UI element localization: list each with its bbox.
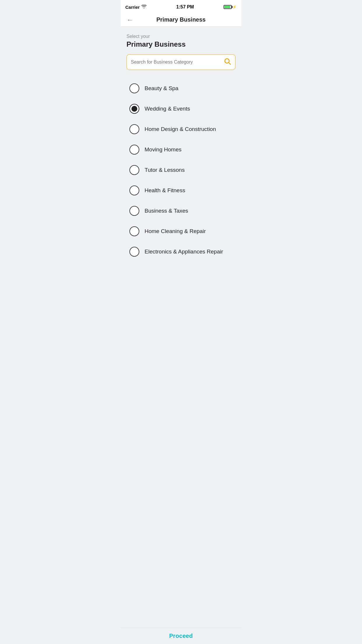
radio-circle-wedding-events xyxy=(129,104,139,114)
category-list: Beauty & SpaWedding & EventsHome Design … xyxy=(126,78,236,262)
bolt-icon: ⚡ xyxy=(232,5,237,9)
radio-item-electronics[interactable]: Electronics & Appliances Repair xyxy=(126,242,236,262)
radio-circle-home-design xyxy=(129,124,139,134)
svg-line-1 xyxy=(229,63,231,64)
radio-item-health-fitness[interactable]: Health & Fitness xyxy=(126,180,236,201)
radio-circle-business-taxes xyxy=(129,206,139,216)
battery-body xyxy=(224,5,232,9)
radio-label-electronics: Electronics & Appliances Repair xyxy=(145,249,223,255)
search-container xyxy=(126,54,236,70)
status-bar: Carrier 1:57 PM ⚡ xyxy=(121,0,241,13)
radio-item-moving-homes[interactable]: Moving Homes xyxy=(126,139,236,160)
subtitle-text: Select your xyxy=(126,34,236,39)
main-title: Primary Business xyxy=(126,40,236,48)
radio-label-home-cleaning: Home Cleaning & Repair xyxy=(145,228,206,235)
status-carrier: Carrier xyxy=(125,5,147,10)
status-battery: ⚡ xyxy=(224,5,237,9)
radio-item-home-cleaning[interactable]: Home Cleaning & Repair xyxy=(126,221,236,242)
battery-indicator: ⚡ xyxy=(224,5,237,9)
nav-header: ← Primary Business xyxy=(121,13,241,27)
search-input[interactable] xyxy=(131,60,224,65)
back-button[interactable]: ← xyxy=(125,15,135,25)
battery-fill xyxy=(224,6,230,8)
radio-item-beauty-spa[interactable]: Beauty & Spa xyxy=(126,78,236,99)
radio-label-wedding-events: Wedding & Events xyxy=(145,106,190,112)
radio-label-moving-homes: Moving Homes xyxy=(145,146,182,153)
radio-circle-beauty-spa xyxy=(129,83,139,93)
radio-circle-health-fitness xyxy=(129,186,139,195)
radio-item-tutor-lessons[interactable]: Tutor & Lessons xyxy=(126,160,236,180)
radio-circle-home-cleaning xyxy=(129,226,139,236)
search-icon[interactable] xyxy=(224,57,231,67)
radio-label-beauty-spa: Beauty & Spa xyxy=(145,85,178,92)
radio-circle-moving-homes xyxy=(129,145,139,155)
content-area: Select your Primary Business Beauty & Sp… xyxy=(121,27,241,291)
radio-item-business-taxes[interactable]: Business & Taxes xyxy=(126,201,236,221)
carrier-label: Carrier xyxy=(125,5,140,10)
radio-label-health-fitness: Health & Fitness xyxy=(145,187,185,194)
radio-label-home-design: Home Design & Construction xyxy=(145,126,216,132)
radio-circle-tutor-lessons xyxy=(129,165,139,175)
radio-circle-electronics xyxy=(129,247,139,257)
radio-label-tutor-lessons: Tutor & Lessons xyxy=(145,167,185,173)
status-time: 1:57 PM xyxy=(176,4,194,10)
radio-item-home-design[interactable]: Home Design & Construction xyxy=(126,119,236,139)
radio-label-business-taxes: Business & Taxes xyxy=(145,208,188,214)
nav-title: Primary Business xyxy=(157,16,206,23)
radio-item-wedding-events[interactable]: Wedding & Events xyxy=(126,99,236,119)
wifi-icon xyxy=(141,5,147,10)
